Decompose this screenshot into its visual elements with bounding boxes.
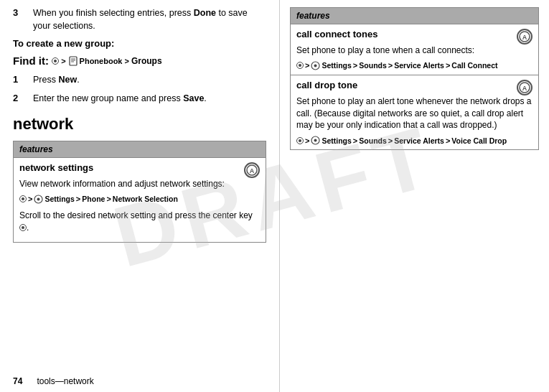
cd-path-service-alerts: Service Alerts: [394, 136, 444, 145]
page-label: tools—network: [37, 376, 93, 386]
cc-path-call-connect: Call Connect: [451, 61, 497, 70]
call-connect-header: call connect tones A: [296, 29, 532, 45]
step-3-text: When you finish selecting entries, press…: [33, 7, 266, 32]
step-1-num: 1: [13, 74, 26, 87]
arrow-cd-1: >: [305, 136, 309, 145]
svg-text:A: A: [522, 34, 527, 41]
step-2-bold: Save: [183, 93, 204, 103]
arrow-sep-2: >: [124, 57, 128, 65]
cd-path-sounds: Sounds: [359, 136, 387, 145]
svg-point-11: [314, 64, 317, 67]
page-footer: 74 tools—network: [13, 376, 94, 386]
call-drop-body: Set phone to play an alert tone whenever…: [296, 95, 532, 131]
call-drop-title: call drop tone: [296, 80, 357, 90]
groups-label: Groups: [131, 56, 162, 66]
nav-dot-small-1: [19, 195, 27, 202]
nav-path-call-connect: > Settings > Sounds > Service Alerts > C…: [296, 61, 532, 70]
path-phone: Phone: [82, 195, 105, 203]
center-key-dot: [19, 224, 27, 231]
find-it-row: Find it: > Phonebook >: [13, 55, 266, 67]
cc-path-sounds: Sounds: [359, 61, 387, 70]
arrow-cd-2: >: [353, 136, 357, 145]
step-2-text: Enter the new group name and press Save.: [33, 93, 207, 106]
find-it-path: > Phonebook > Groups: [52, 56, 161, 66]
feature-badge-icon: A: [246, 164, 258, 176]
settings-icon-cd: [311, 136, 320, 145]
nav-path-call-drop: > Settings > Sounds > Service Alerts > V…: [296, 136, 532, 145]
nav-dot: [52, 57, 59, 65]
feature-table-left-header: features: [14, 141, 266, 157]
path-network-selection: Network Selection: [113, 195, 178, 203]
svg-text:A: A: [250, 167, 255, 174]
arrow-sep-1: >: [61, 57, 65, 65]
cd-path-settings: Settings: [322, 136, 351, 145]
step-1-bold: New: [58, 75, 77, 85]
cc-path-settings: Settings: [322, 61, 351, 70]
step-2-num: 2: [13, 93, 26, 106]
arrow-cc-4: >: [446, 61, 450, 70]
call-connect-title: call connect tones: [296, 29, 377, 39]
settings-icon-cc: [311, 61, 320, 70]
feature-a-badge-left: A: [244, 162, 260, 178]
arrow-2: >: [76, 195, 80, 203]
arrow-1: >: [28, 195, 32, 203]
arrow-cc-3: >: [388, 61, 393, 70]
feature-section-call-connect: call connect tones A Set phone to play a…: [291, 24, 538, 75]
page-num: 74: [13, 376, 22, 386]
left-column: 3 When you finish selecting entries, pre…: [0, 0, 280, 392]
svg-point-15: [314, 139, 317, 142]
nav-dot-cd-1: [296, 137, 304, 144]
feature-section-network-settings-header: network settings A: [19, 162, 260, 178]
feature-badge-icon-2: A: [519, 82, 530, 93]
nav-dot-icon: [52, 57, 59, 65]
arrow-cd-4: >: [446, 136, 450, 145]
phonebook-label: Phonebook: [80, 57, 123, 65]
find-it-label: Find it:: [13, 55, 52, 67]
network-settings-body2: Scroll to the desired network setting an…: [19, 210, 260, 234]
feature-table-left: features network settings A View network…: [13, 141, 266, 243]
call-connect-body: Set phone to play a tone when a call con…: [296, 45, 532, 57]
step-1: 1 Press New.: [13, 74, 266, 87]
cc-path-service-alerts: Service Alerts: [394, 61, 444, 70]
feature-section-call-drop: call drop tone A Set phone to play an al…: [291, 75, 538, 149]
feature-table-right: features call connect tones A Set phone …: [290, 7, 539, 150]
page-container: 3 When you finish selecting entries, pre…: [0, 0, 549, 392]
nav-dot-cc-1: [296, 62, 304, 69]
section-heading-network: network: [13, 115, 266, 134]
arrow-cd-3: >: [388, 136, 393, 145]
network-settings-body1: View network information and adjust netw…: [19, 178, 260, 190]
create-group-heading: To create a new group:: [13, 38, 266, 49]
phonebook-icon: [68, 56, 78, 66]
path-settings: Settings: [44, 195, 74, 203]
svg-point-7: [37, 197, 40, 200]
step-3: 3 When you finish selecting entries, pre…: [13, 7, 266, 32]
call-drop-header: call drop tone A: [296, 80, 532, 95]
arrow-3: >: [106, 195, 111, 203]
phonebook-icon-group: Phonebook: [68, 56, 123, 66]
feature-section-network-settings: network settings A View network informat…: [14, 157, 266, 242]
step-1-text: Press New.: [33, 74, 80, 87]
feature-a-badge-right-2: A: [517, 80, 532, 95]
cd-path-voice-call-drop: Voice Call Drop: [451, 136, 507, 145]
step-3-bold: Done: [194, 8, 216, 18]
feature-badge-icon-1: A: [519, 31, 530, 42]
step-2: 2 Enter the new group name and press Sav…: [13, 93, 266, 106]
svg-rect-0: [70, 57, 77, 65]
right-column: features call connect tones A Set phone …: [280, 0, 549, 392]
nav-path-network: > Settings > Phone > Network Selection: [19, 195, 260, 204]
svg-text:A: A: [522, 85, 527, 92]
settings-icon-left: [34, 195, 43, 204]
create-group-label: To create a new group:: [13, 38, 114, 49]
feature-a-badge-right-1: A: [517, 29, 532, 45]
step-3-num: 3: [13, 7, 26, 32]
network-settings-body1-text: View network information and adjust netw…: [19, 179, 225, 189]
arrow-cc-2: >: [353, 61, 357, 70]
arrow-cc-1: >: [305, 61, 309, 70]
feature-table-right-header: features: [291, 8, 538, 24]
network-settings-title: network settings: [19, 162, 93, 173]
